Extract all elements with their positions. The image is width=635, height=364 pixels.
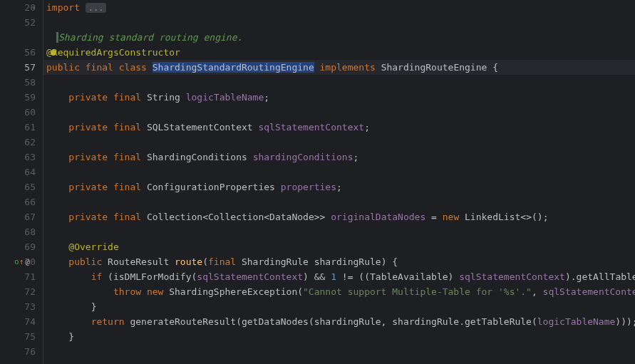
line-number: 59 — [0, 90, 36, 105]
code-content[interactable]: import ... Sharding standard routing eng… — [43, 0, 635, 364]
line-number: 62 — [0, 135, 36, 150]
code-line[interactable]: } — [43, 329, 635, 344]
line-number: 60 — [0, 105, 36, 120]
line-number: ›20 — [0, 0, 36, 15]
selection: ShardingStandardRoutingEngine — [153, 62, 314, 73]
line-number — [0, 30, 36, 45]
javadoc-text: Sharding standard routing engine. — [58, 32, 242, 43]
line-number: 64 — [0, 165, 36, 180]
line-number: 76 — [0, 344, 36, 359]
code-line[interactable]: import ... — [43, 0, 635, 15]
line-number: 61 — [0, 120, 36, 135]
line-number: 68 — [0, 224, 36, 239]
code-line[interactable]: private final ConfigurationProperties pr… — [43, 180, 635, 194]
code-line[interactable] — [43, 224, 635, 239]
line-number: 66 — [0, 194, 36, 209]
line-number: 69 — [0, 239, 36, 254]
code-line[interactable]: private final String logicTableName; — [43, 90, 635, 105]
line-number: 73 — [0, 299, 36, 314]
code-line[interactable] — [43, 15, 635, 30]
code-line[interactable] — [43, 344, 635, 359]
code-line[interactable]: } — [43, 299, 635, 314]
code-line[interactable]: private final ShardingConditions shardin… — [43, 150, 635, 165]
line-number: 75 — [0, 329, 36, 344]
code-line[interactable]: private final SQLStatementContext sqlSta… — [43, 120, 635, 135]
code-editor[interactable]: ›20 52 56 57 58 59 60 61 62 63 64 65 66 … — [0, 0, 635, 364]
code-line[interactable] — [43, 105, 635, 120]
fold-placeholder[interactable]: ... — [86, 3, 107, 13]
line-number: 74 — [0, 314, 36, 329]
line-number: 72 — [0, 284, 36, 299]
line-number: 71 — [0, 269, 36, 284]
line-number: 57 — [0, 60, 36, 75]
code-line[interactable]: @RequiredArgsConstructor — [43, 45, 635, 60]
code-line[interactable]: throw new ShardingSphereException("Canno… — [43, 284, 635, 299]
code-line[interactable] — [43, 75, 635, 90]
line-number: 52 — [0, 15, 36, 30]
code-line[interactable]: if (isDMLForModify(sqlStatementContext) … — [43, 269, 635, 284]
line-number: o↑@70 — [0, 254, 36, 269]
line-number: 65 — [0, 180, 36, 194]
code-line[interactable] — [43, 165, 635, 180]
lombok-icon — [51, 50, 56, 56]
line-number: 67 — [0, 209, 36, 224]
line-number: 58 — [0, 75, 36, 90]
code-line[interactable] — [43, 135, 635, 150]
code-line[interactable]: public RouteResult route(final ShardingR… — [43, 254, 635, 269]
line-number: 63 — [0, 150, 36, 165]
code-line[interactable]: private final Collection<Collection<Data… — [43, 209, 635, 224]
code-line[interactable]: public final class ShardingStandardRouti… — [43, 60, 635, 75]
code-line[interactable]: Sharding standard routing engine. — [43, 30, 635, 45]
code-line[interactable]: return generateRouteResult(getDataNodes(… — [43, 314, 635, 329]
code-line[interactable]: @Override — [43, 239, 635, 254]
fold-arrow-icon[interactable]: › — [31, 0, 36, 15]
gutter: ›20 52 56 57 58 59 60 61 62 63 64 65 66 … — [0, 0, 43, 364]
override-gutter-icon[interactable]: o↑@ — [14, 254, 30, 269]
line-number: 56 — [0, 45, 36, 60]
code-line[interactable] — [43, 194, 635, 209]
